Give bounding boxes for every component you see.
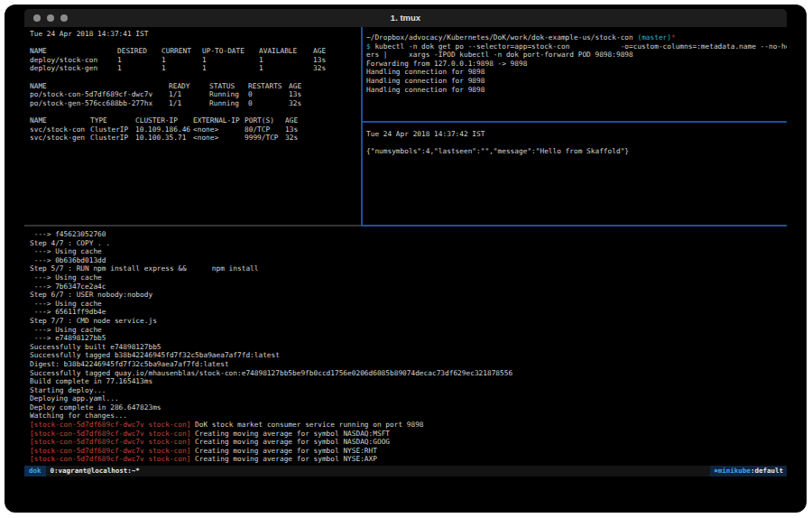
- table-cell: RESTARTS: [248, 82, 289, 91]
- table-cell: 1: [259, 56, 313, 65]
- terminal-line: Forwarding from 127.0.0.1:9898 -> 9898: [366, 60, 787, 69]
- terminal-line: ---> Using cache: [30, 247, 787, 256]
- table-header-row: NAMETYPECLUSTER-IPEXTERNAL-IPPORT(S)AGE: [30, 116, 361, 125]
- traffic-lights: [33, 14, 68, 22]
- table-header-row: NAMEREADYSTATUSRESTARTSAGE: [30, 82, 361, 91]
- table-cell: svc/stock-con: [30, 125, 90, 134]
- table-cell: DESIRED: [117, 47, 161, 56]
- table-row: po/stock-con-5d7df689cf-dwc7v1/1Running0…: [30, 90, 361, 99]
- table-cell: 10.109.186.46: [135, 125, 193, 134]
- port-forward-output: ~/Dropbox/advocacy/Kubernetes/DoK/work/d…: [366, 33, 787, 94]
- log-message: Creating moving average for symbol NYSE:…: [190, 447, 377, 455]
- blank-line: [30, 39, 361, 48]
- terminal-line: Step 5/7 : RUN npm install express && np…: [30, 264, 787, 273]
- table-row: po/stock-gen-576cc688bb-277hx1/1Running0…: [30, 99, 361, 108]
- table-cell: AGE: [289, 82, 361, 91]
- terminal-text: ~/Dropbox/advocacy/Kubernetes/DoK/work/d…: [366, 33, 637, 42]
- blank-line: [30, 73, 361, 82]
- table-cell: 13s: [289, 90, 361, 99]
- table-cell: <none>: [193, 134, 245, 143]
- table-cell: PORT(S): [245, 116, 285, 125]
- terminal-line: ---> Using cache: [30, 326, 787, 335]
- terminal-text: (master): [637, 33, 671, 42]
- blank-line: [366, 139, 787, 148]
- table-cell: 1: [161, 56, 202, 65]
- table-cell: 10.100.35.71: [135, 134, 193, 143]
- table-cell: 1: [202, 56, 259, 65]
- terminal-line: ~/Dropbox/advocacy/Kubernetes/DoK/work/d…: [366, 33, 787, 42]
- table-cell: STATUS: [209, 82, 248, 91]
- table-cell: deploy/stock-con: [30, 56, 117, 65]
- terminal-text: *: [671, 33, 676, 42]
- window-title: 1. tmux: [24, 9, 787, 27]
- terminal-line: Successfully tagged b38b42246945fd7f32c5…: [30, 351, 787, 360]
- table-cell: 0: [248, 90, 289, 99]
- minimize-button[interactable]: [47, 14, 54, 22]
- terminal-line: $ kubectl -n dok get po --selector=app=s…: [366, 42, 787, 51]
- table-cell: 1: [117, 56, 161, 65]
- terminal-text: ers | xargs -IPOD kubectl -n dok port-fo…: [366, 51, 633, 59]
- log-message: Creating moving average for symbol NASDA…: [190, 430, 390, 438]
- tmux-session-name[interactable]: dok: [24, 466, 46, 476]
- log-pod-prefix: [stock-con-5d7df689cf-dwc7v stock-con]: [30, 447, 190, 455]
- table-cell: CLUSTER-IP: [135, 116, 193, 125]
- tmux-status-right: ⎈minikube:default: [710, 466, 787, 476]
- terminal-line: Build complete in 77.165413ms: [30, 377, 787, 386]
- tmux-window-label[interactable]: 0:vagrant@localhost:~*: [46, 466, 140, 476]
- terminal-line: Handling connection for 9898: [366, 77, 787, 86]
- table-cell: ClusterIP: [90, 134, 135, 143]
- close-button[interactable]: [33, 14, 41, 22]
- terminal-line: Successfully built e74898127bb5: [30, 343, 787, 352]
- container-log-line: [stock-con-5d7df689cf-dwc7v stock-con] C…: [30, 430, 787, 439]
- table-cell: 13s: [285, 125, 361, 134]
- skaffold-container-logs: [stock-con-5d7df689cf-dwc7v stock-con] D…: [30, 421, 787, 464]
- table-cell: 0: [248, 99, 289, 108]
- terminal-line: Successfully tagged quay.io/mhausenblas/…: [30, 369, 787, 378]
- table-cell: 13s: [313, 56, 361, 65]
- terminal-line: Handling connection for 9898: [366, 86, 787, 95]
- table-cell: 80/TCP: [245, 125, 285, 134]
- window-titlebar[interactable]: 1. tmux: [24, 9, 787, 27]
- terminal-line: ers | xargs -IPOD kubectl -n dok port-fo…: [366, 51, 787, 60]
- container-log-line: [stock-con-5d7df689cf-dwc7v stock-con] C…: [30, 438, 787, 447]
- services-table: NAMETYPECLUSTER-IPEXTERNAL-IPPORT(S)AGEs…: [30, 116, 361, 143]
- table-cell: CURRENT: [161, 47, 202, 56]
- terminal-text: Handling connection for 9898: [366, 77, 484, 85]
- table-cell: NAME: [30, 116, 90, 125]
- curl-response: {"numsymbols":4,"lastseen":"","message":…: [366, 147, 787, 156]
- pane-port-forward[interactable]: ~/Dropbox/advocacy/Kubernetes/DoK/work/d…: [363, 27, 787, 120]
- log-pod-prefix: [stock-con-5d7df689cf-dwc7v stock-con]: [30, 438, 190, 446]
- terminal-line: ---> Using cache: [30, 273, 787, 282]
- table-cell: svc/stock-gen: [30, 134, 90, 143]
- pane-timestamp: Tue 24 Apr 2018 14:37:42 IST: [366, 130, 787, 139]
- table-cell: 1: [161, 64, 202, 73]
- terminal-line: Step 4/7 : COPY . .: [30, 239, 787, 248]
- terminal-text: Handling connection for 9898: [366, 68, 484, 76]
- terminal-line: Step 6/7 : USER nobody:nobody: [30, 291, 787, 300]
- terminal-line: Deploying app.yaml...: [30, 394, 787, 403]
- pane-skaffold-log[interactable]: ---> f45623052760Step 4/7 : COPY . . ---…: [24, 227, 787, 466]
- log-message: Creating moving average for symbol NASDA…: [190, 438, 390, 446]
- log-message: DoK stock market consumer service runnin…: [190, 421, 423, 429]
- table-cell: <none>: [193, 125, 245, 134]
- table-row: svc/stock-genClusterIP10.100.35.71<none>…: [30, 134, 361, 143]
- pane-kubectl-watch[interactable]: Tue 24 Apr 2018 14:37:41 IST NAMEDESIRED…: [24, 27, 361, 225]
- table-cell: 1: [117, 64, 161, 73]
- table-cell: po/stock-gen-576cc688bb-277hx: [30, 99, 169, 108]
- pane-curl-watch[interactable]: Tue 24 Apr 2018 14:37:42 IST {"numsymbol…: [363, 123, 787, 225]
- log-pod-prefix: [stock-con-5d7df689cf-dwc7v stock-con]: [30, 455, 190, 463]
- terminal-line: Digest: b38b42246945fd7f32c5ba9aea7af7fd…: [30, 360, 787, 369]
- kube-context: minikube: [718, 466, 751, 476]
- table-cell: Running: [209, 90, 248, 99]
- terminal-line: ---> 0b636bd013dd: [30, 256, 787, 265]
- log-pod-prefix: [stock-con-5d7df689cf-dwc7v stock-con]: [30, 421, 190, 429]
- zoom-button[interactable]: [60, 14, 68, 22]
- terminal-text: Forwarding from 127.0.0.1:9898 -> 9898: [366, 60, 527, 68]
- log-message: Creating moving average for symbol NYSE:…: [190, 455, 377, 463]
- deployments-table: NAMEDESIREDCURRENTUP-TO-DATEAVAILABLEAGE…: [30, 47, 361, 73]
- table-cell: 32s: [313, 64, 361, 73]
- table-cell: 32s: [289, 99, 361, 108]
- table-cell: 1/1: [169, 99, 209, 108]
- pane-timestamp: Tue 24 Apr 2018 14:37:41 IST: [30, 30, 361, 39]
- table-cell: deploy/stock-gen: [30, 64, 117, 73]
